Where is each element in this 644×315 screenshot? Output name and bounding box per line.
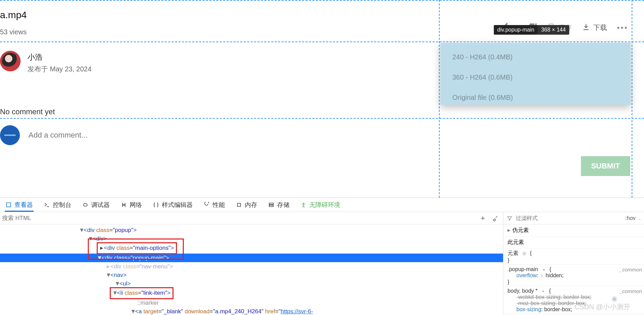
brace: } <box>508 279 509 285</box>
rule-selector: body, body * <box>508 288 538 294</box>
styles-panel: :hov . ▸伪元素 此元素 元素 { } _common .popup-ma… <box>503 212 644 315</box>
svg-rect-3 <box>269 203 273 205</box>
tab-memory[interactable]: 内存 <box>235 198 258 212</box>
channel-avatar[interactable] <box>0 51 21 71</box>
funnel-icon[interactable] <box>507 215 512 221</box>
brace: } <box>508 257 509 263</box>
gear-icon[interactable] <box>541 267 546 272</box>
style-rule[interactable]: 元素 { } <box>503 248 644 265</box>
tooltip-selector: div.popup-main <box>494 25 538 35</box>
dot-label: . <box>639 215 641 221</box>
brace: { <box>530 250 532 256</box>
source-label: _common <box>619 288 642 294</box>
gear-icon[interactable] <box>522 251 527 256</box>
tab-label: 性能 <box>213 201 225 209</box>
popup-main-highlight: 240 - H264 (0.4MB) 360 - H264 (0.6MB) Or… <box>440 43 631 105</box>
tab-debugger[interactable]: 调试器 <box>82 198 110 212</box>
views-count: 53 views <box>0 28 27 36</box>
tab-label: 内存 <box>245 201 257 209</box>
watermark: CSDN @小小测开 <box>574 302 630 312</box>
svg-rect-2 <box>238 203 241 207</box>
tab-label: 调试器 <box>91 201 110 209</box>
tab-network[interactable]: 网络 <box>120 198 143 212</box>
comment-input[interactable] <box>28 131 630 140</box>
svg-point-7 <box>543 269 545 270</box>
tab-inspector[interactable]: 查看器 <box>5 198 34 212</box>
memory-icon <box>236 202 242 208</box>
tab-label: 样式编辑器 <box>162 201 193 209</box>
download-button[interactable]: 下载 <box>582 23 607 32</box>
hov-toggle[interactable]: :hov <box>625 215 635 221</box>
no-comment-label: No comment yet <box>0 107 55 116</box>
dom-search-input[interactable] <box>0 215 475 222</box>
brace: { <box>549 266 551 272</box>
inspector-tooltip: div.popup-main 368 × 144 <box>494 25 569 35</box>
download-option[interactable]: 240 - H264 (0.4MB) <box>452 53 619 61</box>
user-avatar[interactable] <box>0 125 20 145</box>
storage-icon <box>268 202 274 208</box>
eye-icon: ◉ <box>611 294 617 303</box>
video-title: a.mp4 <box>0 10 27 21</box>
style-rule[interactable]: _common .popup-main { overflow: hidden; … <box>503 265 644 286</box>
brace: { <box>549 288 551 294</box>
pseudo-label: 伪元素 <box>512 227 529 233</box>
caret-icon[interactable] <box>540 274 544 278</box>
submit-button[interactable]: SUBMIT <box>581 156 630 176</box>
network-icon <box>121 202 127 208</box>
rule-selector: .popup-main <box>508 266 538 272</box>
brush-icon[interactable] <box>492 215 498 221</box>
download-option[interactable]: Original file (0.6MB) <box>452 94 619 102</box>
tooltip-dimensions: 368 × 144 <box>538 25 569 35</box>
dom-tree-panel: ▼<div class="popup"> ▼<div> ▸<div class=… <box>0 212 503 315</box>
css-prop-value[interactable]: border-box <box>544 306 571 312</box>
download-icon <box>582 23 590 32</box>
styles-filter-input[interactable] <box>516 215 622 221</box>
svg-rect-1 <box>84 203 87 206</box>
channel-name[interactable]: 小浩 <box>27 52 92 62</box>
square-icon <box>5 202 12 208</box>
svg-point-6 <box>524 253 525 254</box>
this-element-label: 此元素 <box>503 237 644 248</box>
css-prop-name[interactable]: box-sizing <box>516 306 541 312</box>
tab-label: 查看器 <box>14 201 33 209</box>
svg-point-5 <box>303 202 304 203</box>
pseudo-section[interactable]: ▸伪元素 <box>503 224 644 237</box>
gear-icon[interactable] <box>541 289 546 294</box>
svg-point-8 <box>543 291 544 292</box>
dom-tree[interactable]: ▼<div class="popup"> ▼<div> ▸<div class=… <box>0 224 503 315</box>
tab-label: 网络 <box>130 201 142 209</box>
a11y-icon <box>300 202 307 208</box>
channel-row: 小浩 发布于 May 23, 2024 <box>0 51 92 74</box>
more-icon <box>617 27 627 29</box>
tab-label: 无障碍环境 <box>309 201 340 209</box>
console-icon <box>44 202 50 208</box>
source-label: _common <box>619 267 642 272</box>
tab-style-editor[interactable]: 样式编辑器 <box>152 198 193 212</box>
devtools-panel: 查看器 控制台 调试器 网络 样式编辑器 性能 内存 存储 <box>0 198 644 315</box>
plus-icon[interactable] <box>480 215 486 221</box>
tab-console[interactable]: 控制台 <box>43 198 72 212</box>
svg-rect-0 <box>7 203 11 207</box>
rule-selector: 元素 <box>508 250 518 256</box>
braces-icon <box>153 202 159 208</box>
tab-label: 存储 <box>277 201 289 209</box>
tab-storage[interactable]: 存储 <box>267 198 290 212</box>
gauge-icon <box>204 202 210 208</box>
debugger-icon <box>82 202 88 208</box>
tab-label: 控制台 <box>53 201 71 209</box>
css-prop-struck[interactable]: -webkit-box-sizing: border-box; <box>508 294 640 300</box>
download-option[interactable]: 360 - H264 (0.6MB) <box>452 73 619 81</box>
devtools-tabs: 查看器 控制台 调试器 网络 样式编辑器 性能 内存 存储 <box>0 198 644 212</box>
css-prop-value[interactable]: hidden <box>546 272 562 278</box>
tab-performance[interactable]: 性能 <box>203 198 226 212</box>
svg-rect-4 <box>269 205 273 207</box>
css-prop-name[interactable]: overflow <box>516 272 537 278</box>
publish-date: 发布于 May 23, 2024 <box>27 65 92 74</box>
tab-accessibility[interactable]: 无障碍环境 <box>300 198 341 212</box>
comment-row <box>0 125 630 145</box>
download-label: 下载 <box>593 23 607 32</box>
more-button[interactable] <box>617 27 627 29</box>
